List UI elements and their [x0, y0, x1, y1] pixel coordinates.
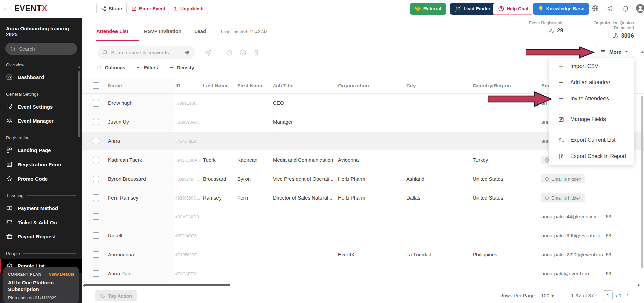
unpublish-button[interactable]: Unpublish	[168, 3, 208, 14]
sidebar-item-dashboard[interactable]: Dashboard	[0, 70, 82, 84]
columns-control[interactable]: Columns	[97, 65, 125, 70]
sidebar-scrollbar[interactable]	[78, 71, 80, 137]
sidebar-scroll-up-icon[interactable]	[78, 66, 81, 68]
search-icon	[102, 49, 108, 55]
event-manager-icon	[6, 117, 13, 124]
tab-rsvp-invitation[interactable]: RSVP Invitation	[144, 28, 181, 34]
prev-page-icon[interactable]: ‹	[595, 292, 597, 298]
referral-button[interactable]: 🤝 Referral	[410, 3, 446, 15]
event-settings-icon	[6, 103, 13, 110]
registration-form-icon	[6, 161, 13, 168]
density-control[interactable]: Density	[169, 65, 194, 70]
eventx-app: ‹ EVENTX Share Enter Event Unpublish 🤝 R…	[0, 0, 644, 303]
row-checkbox[interactable]	[93, 138, 99, 144]
menu-item-import-csv[interactable]: + Import CSV	[549, 58, 634, 74]
table-search[interactable]	[97, 46, 195, 59]
filters-icon	[135, 65, 141, 70]
ban-icon[interactable]	[226, 49, 233, 56]
table-row[interactable]: #8CACA0DB ... anna.palo+44@eventx.io 63	[82, 207, 644, 226]
megaphone-icon[interactable]	[607, 5, 614, 12]
globe-icon[interactable]	[592, 5, 599, 12]
page-number-input[interactable]: 1	[603, 290, 613, 300]
top-bar: ‹ EVENTX Share Enter Event Unpublish 🤝 R…	[0, 0, 644, 18]
bell-icon[interactable]	[622, 5, 629, 12]
row-checkbox[interactable]	[93, 251, 99, 258]
col-name[interactable]: Name	[108, 83, 122, 88]
caret-down-icon	[624, 50, 629, 54]
lead-finder-button[interactable]: 🪄 Lead Finder	[450, 3, 495, 15]
menu-item-export-checkin-report[interactable]: Export Check in Report	[549, 148, 634, 164]
tab-attendee-list[interactable]: Attendee List	[96, 28, 128, 34]
knowledge-base-button[interactable]: 💡 Knowledge Base	[533, 3, 589, 15]
share-button[interactable]: Share	[96, 3, 127, 14]
tab-lead[interactable]: Lead	[194, 28, 206, 34]
menu-item-manage-fields[interactable]: Manage Fields	[549, 111, 634, 127]
row-checkbox[interactable]	[93, 157, 99, 163]
hidden-icon	[545, 195, 549, 200]
menu-divider	[549, 109, 634, 109]
row-checkbox[interactable]	[93, 100, 99, 107]
row-checkbox[interactable]	[93, 176, 99, 182]
table-row[interactable]: Anna Palo #E8CAEE21 ... anna.palo@eventx…	[82, 264, 644, 283]
menu-item-invite-attendees[interactable]: + Invite Attendees	[549, 91, 634, 107]
row-checkbox[interactable]	[93, 119, 99, 125]
col-id[interactable]: ID	[175, 83, 180, 88]
rows-per-page-select[interactable]: 100 ▼	[541, 293, 555, 298]
lightbulb-icon: 💡	[538, 6, 544, 11]
sidebar-item-registration-form[interactable]: Registration Form	[0, 157, 82, 171]
table-row[interactable]: Fern Ramsey #92005803 ... Ramsey Fern Di…	[82, 188, 644, 207]
horizontal-scrollbar[interactable]	[84, 284, 230, 286]
vertical-scrollbar[interactable]	[641, 96, 643, 268]
sidebar-search[interactable]	[5, 43, 77, 55]
advanced-filter-icon[interactable]	[184, 49, 190, 56]
eventx-logo[interactable]: EVENTX	[14, 4, 47, 13]
row-checkbox[interactable]	[93, 194, 99, 201]
send-icon[interactable]	[204, 49, 212, 56]
edit-icon	[557, 116, 565, 123]
table-row[interactable]: Annnnnnna #D195620E ... EventX La Trinid…	[82, 245, 644, 264]
col-organization[interactable]: Organization	[338, 83, 369, 88]
person-check-icon	[548, 28, 555, 34]
enter-event-button[interactable]: Enter Event	[127, 3, 170, 14]
sidebar-item-event-settings[interactable]: Event Settings	[0, 99, 82, 114]
menu-item-add-attendee[interactable]: + Add an attendee	[549, 74, 634, 91]
table-row[interactable]: Byron Broussard #3388249F ... Broussard …	[82, 169, 644, 188]
email-hidden-badge: Email is hidden	[541, 174, 585, 183]
help-chat-button[interactable]: Help Chat	[493, 3, 534, 15]
col-first-name[interactable]: First Name	[237, 83, 264, 88]
row-checkbox[interactable]	[93, 213, 99, 220]
select-all-checkbox[interactable]	[93, 82, 99, 89]
sidebar-item-event-manager[interactable]: Event Manager	[0, 114, 82, 128]
table-search-input[interactable]	[111, 50, 181, 55]
sidebar-item-payout-request[interactable]: Payout Request	[0, 229, 82, 243]
vscroll-up-arrow-icon[interactable]	[641, 51, 644, 53]
back-chevron-icon[interactable]: ‹	[4, 5, 6, 13]
col-city[interactable]: City	[406, 83, 416, 88]
check-circle-icon[interactable]	[239, 49, 247, 56]
sidebar-item-promo-code[interactable]: Promo Code	[0, 171, 82, 186]
trash-icon[interactable]	[253, 49, 260, 56]
next-page-icon[interactable]: ›	[627, 292, 629, 298]
handshake-icon: 🤝	[415, 6, 421, 11]
row-checkbox[interactable]	[93, 232, 99, 239]
col-last-name[interactable]: Last Name	[203, 83, 229, 88]
columns-icon	[97, 65, 102, 70]
row-checkbox[interactable]	[93, 270, 99, 277]
filters-control[interactable]: Filters	[135, 65, 158, 70]
export-report-icon	[557, 153, 565, 160]
menu-item-export-current-list[interactable]: Export Current List	[549, 132, 634, 148]
sidebar-item-landing-page[interactable]: Landing Page	[0, 143, 82, 157]
col-job-title[interactable]: Job Title	[273, 83, 293, 88]
view-details-link[interactable]: View Details	[49, 272, 74, 277]
sidebar-item-payment-method[interactable]: Payment Method	[0, 201, 82, 215]
sidebar-search-input[interactable]	[19, 46, 70, 52]
hscroll-right-arrow-icon[interactable]	[638, 284, 640, 287]
table-row[interactable]: Rusell #2F3949C5 ... anna.palo+999@event…	[82, 226, 644, 245]
avatar[interactable]	[636, 4, 644, 13]
hidden-icon	[545, 158, 549, 162]
more-button[interactable]: More	[595, 46, 634, 58]
sidebar-item-ticket-addon[interactable]: Ticket & Add-On	[0, 215, 82, 229]
hidden-icon	[545, 177, 549, 181]
col-country[interactable]: Country/Region	[473, 83, 511, 88]
tag-action-button[interactable]: Tag Action	[95, 290, 137, 301]
